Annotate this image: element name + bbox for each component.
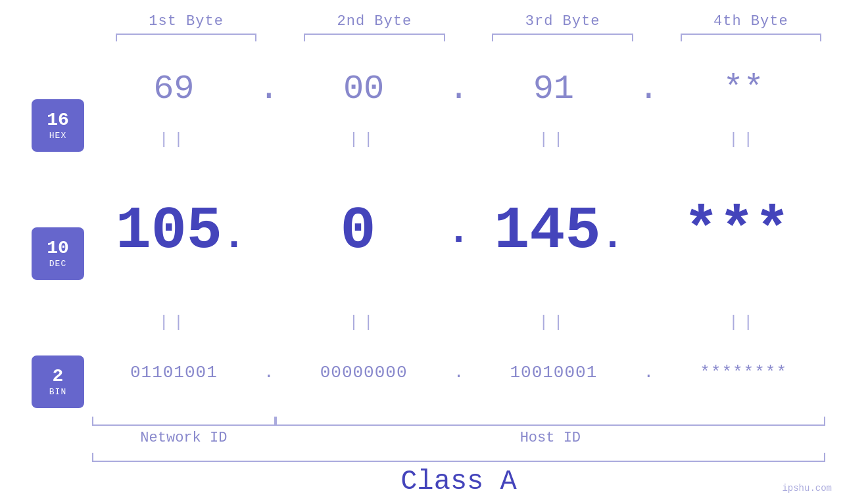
bin-b2-value: 00000000 xyxy=(320,363,408,382)
bin-dot1: . xyxy=(256,363,282,382)
network-id-label: Network ID xyxy=(92,430,276,446)
bracket-b1 xyxy=(92,34,280,41)
byte-labels-row: 1st Byte 2nd Byte 3rd Byte 4th Byte xyxy=(0,13,845,30)
dec-badge-number: 10 xyxy=(47,239,69,259)
eq2-b4: || xyxy=(662,313,825,331)
bin-badge-number: 2 xyxy=(53,367,64,387)
eq2-b2: || xyxy=(282,313,446,331)
byte4-label: 4th Byte xyxy=(657,13,845,30)
hex-row: 69 . 00 . 91 . ** xyxy=(92,48,825,131)
dec-badge: 10 DEC xyxy=(32,227,84,280)
bracket-line-b4 xyxy=(681,34,822,41)
hex-badge-label: HEX xyxy=(49,131,66,141)
host-id-label: Host ID xyxy=(276,430,825,446)
hex-b2-value: 00 xyxy=(343,70,384,108)
class-section: Class A xyxy=(0,453,845,504)
eq1-b4: || xyxy=(662,131,825,149)
bracket-b4 xyxy=(657,34,845,41)
bin-b1-value: 01101001 xyxy=(130,363,218,382)
data-grid: 69 . 00 . 91 . ** xyxy=(92,48,845,446)
dec-b3-value: 145. xyxy=(494,198,624,265)
dec-b1-value: 105. xyxy=(116,198,246,265)
hex-badge-number: 16 xyxy=(47,110,69,131)
bracket-line-b3 xyxy=(492,34,633,41)
hex-b1-value: 69 xyxy=(153,70,194,108)
hex-b1-cell: 69 xyxy=(92,70,256,108)
main-container: 1st Byte 2nd Byte 3rd Byte 4th Byte 16 H… xyxy=(0,0,845,504)
dec-b4-cell: *** xyxy=(648,202,825,261)
id-labels: Network ID Host ID xyxy=(92,430,825,446)
dec-b2-cell: 0 xyxy=(270,202,447,261)
hex-b4-value: ** xyxy=(723,70,763,108)
class-label: Class A xyxy=(92,466,825,497)
dec-b1-cell: 105. xyxy=(92,202,270,261)
host-bracket xyxy=(276,417,825,426)
hex-b3-cell: 91 xyxy=(472,70,636,108)
hex-dot1: . xyxy=(256,70,282,108)
bin-b4-value: ******** xyxy=(700,363,787,382)
bin-badge-label: BIN xyxy=(49,387,66,397)
bin-b1-cell: 01101001 xyxy=(92,363,256,382)
bracket-line-b2 xyxy=(304,34,445,41)
watermark: ipshu.com xyxy=(782,483,832,493)
equals-row-1: || || || || xyxy=(92,131,825,149)
dec-badge-label: DEC xyxy=(49,259,66,269)
bin-row: 01101001 . 00000000 . 10010001 . xyxy=(92,331,825,414)
network-bracket xyxy=(92,417,276,426)
bracket-b2 xyxy=(280,34,468,41)
bin-b2-cell: 00000000 xyxy=(282,363,446,382)
bottom-bracket-row xyxy=(92,417,825,426)
eq1-b2: || xyxy=(282,131,446,149)
bin-dot3: . xyxy=(635,363,662,382)
hex-badge: 16 HEX xyxy=(32,99,84,152)
bin-badge: 2 BIN xyxy=(32,355,84,408)
hex-dot2: . xyxy=(446,70,472,108)
eq2-b1: || xyxy=(92,313,256,331)
bracket-b3 xyxy=(469,34,657,41)
class-bracket xyxy=(92,453,825,462)
dec-b2-value: 0 xyxy=(341,198,376,265)
hex-b3-value: 91 xyxy=(533,70,574,108)
dec-row: 105. 0 . 145. *** xyxy=(92,149,825,314)
eq1-b3: || xyxy=(472,131,636,149)
bin-dot2: . xyxy=(446,363,472,382)
hex-b2-cell: 00 xyxy=(282,70,446,108)
eq2-b3: || xyxy=(472,313,636,331)
equals-row-2: || || || || xyxy=(92,313,825,331)
content-area: 16 HEX 10 DEC 2 BIN 69 . xyxy=(0,48,845,446)
hex-b4-cell: ** xyxy=(662,70,825,108)
badges-column: 16 HEX 10 DEC 2 BIN xyxy=(0,48,92,446)
bracket-line-b1 xyxy=(116,34,257,41)
bin-b4-cell: ******** xyxy=(662,363,825,382)
dec-b3-cell: 145. xyxy=(471,202,648,261)
dec-dot2: . xyxy=(447,209,471,254)
byte1-label: 1st Byte xyxy=(92,13,280,30)
hex-dot3: . xyxy=(635,70,662,108)
bin-b3-cell: 10010001 xyxy=(472,363,636,382)
top-bracket-row xyxy=(0,34,845,41)
eq1-b1: || xyxy=(92,131,256,149)
byte2-label: 2nd Byte xyxy=(280,13,468,30)
dec-b4-value: *** xyxy=(683,198,790,265)
byte3-label: 3rd Byte xyxy=(469,13,657,30)
bin-b3-value: 10010001 xyxy=(510,363,597,382)
